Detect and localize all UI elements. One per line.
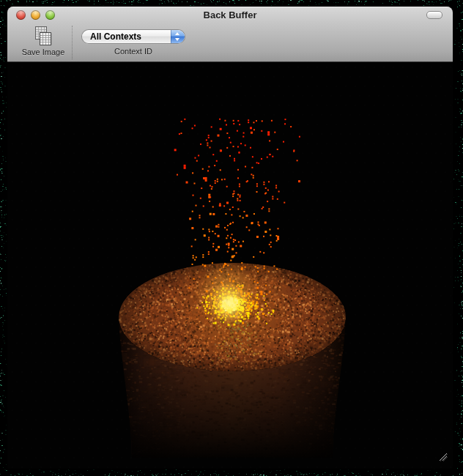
toolbar-toggle-pill-button[interactable]: [426, 11, 442, 19]
context-id-popup[interactable]: All Contexts: [82, 30, 185, 43]
back-buffer-render-canvas: [7, 62, 453, 469]
title-bar[interactable]: Back Buffer: [7, 7, 453, 23]
save-image-button[interactable]: Save Image: [21, 26, 65, 56]
context-id-label: Context ID: [82, 47, 185, 56]
resize-grip[interactable]: [437, 451, 448, 462]
window-title: Back Buffer: [7, 10, 453, 21]
render-content-area: [7, 62, 453, 469]
context-id-popup-value: All Contexts: [90, 31, 141, 42]
popup-updown-arrows-icon: [171, 30, 185, 43]
save-image-label: Save Image: [21, 48, 65, 56]
window-chrome: Back Buffer Save Image: [7, 7, 453, 62]
toolbar-separator: [72, 26, 73, 59]
toolbar: Save Image All Contexts Context ID: [7, 23, 453, 62]
back-buffer-window: Back Buffer Save Image: [7, 7, 453, 469]
save-image-copies-icon: [21, 26, 65, 46]
